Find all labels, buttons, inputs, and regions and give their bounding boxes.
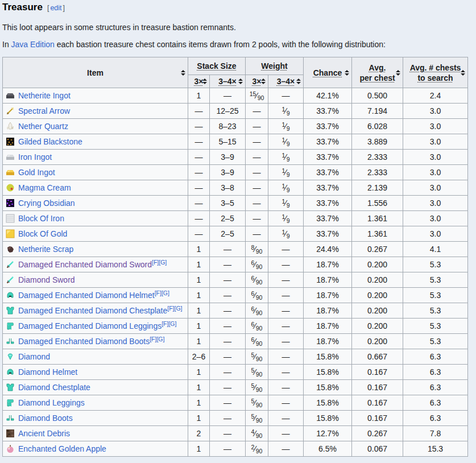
avg-per-chest-cell: 0.267 xyxy=(352,426,403,441)
avg-chests-cell: 3.0 xyxy=(403,165,468,180)
ref-link[interactable]: [G] xyxy=(156,336,164,342)
table-row: Spectral Arrow—12–25—1⁄933.7%7.1943.0 xyxy=(3,104,468,119)
diamond-leggings-icon xyxy=(6,321,15,330)
item-link[interactable]: Nether Quartz xyxy=(18,122,68,131)
item-link[interactable]: Damaged Enchanted Diamond Helmet xyxy=(18,291,155,300)
col-header-item[interactable]: Item xyxy=(3,57,188,88)
table-row: Diamond Sword1—6⁄90—18.7%0.2005.3 xyxy=(3,272,468,288)
stack-3x-cell: 1 xyxy=(188,242,210,257)
item-link[interactable]: Netherite Ingot xyxy=(18,91,71,100)
stack-3x-cell: 1 xyxy=(188,395,210,411)
item-link[interactable]: Gold Ingot xyxy=(18,168,55,177)
col-header-stack-3x[interactable]: 3× xyxy=(188,75,210,88)
weight-3-4x-cell: — xyxy=(268,319,304,334)
chance-cell: 33.7% xyxy=(304,104,352,119)
chance-cell: 15.8% xyxy=(304,349,352,365)
item-link[interactable]: Magma Cream xyxy=(18,183,71,192)
stack-3x-cell: — xyxy=(188,226,210,242)
item-link[interactable]: Diamond xyxy=(18,352,50,361)
item-cell: Damaged Enchanted Diamond Chestplate[F][… xyxy=(3,303,188,319)
item-link[interactable]: Crying Obsidian xyxy=(18,199,75,208)
col-header-avg-chests-to-search[interactable]: Avg. # chests to search xyxy=(403,57,468,88)
weight-3x-cell: 6⁄90 xyxy=(246,319,268,334)
table-row: Nether Quartz—8–23—1⁄933.7%6.0283.0 xyxy=(3,119,468,134)
ref-link[interactable]: [G] xyxy=(162,290,169,296)
stack-3x-cell: 1 xyxy=(188,411,210,426)
diamond-helmet-icon xyxy=(6,367,15,377)
sort-arrows-icon xyxy=(296,78,301,84)
block-of-iron-icon xyxy=(6,214,15,223)
avg-per-chest-cell: 1.556 xyxy=(352,196,403,211)
stack-3-4x-cell: — xyxy=(210,441,246,457)
stack-3-4x-cell: — xyxy=(210,334,246,349)
avg-per-chest-cell: 0.500 xyxy=(352,88,403,104)
chance-cell: 6.5% xyxy=(304,441,352,457)
table-row: Iron Ingot—3–9—1⁄933.7%2.3333.0 xyxy=(3,150,468,165)
item-link[interactable]: Diamond Helmet xyxy=(18,367,77,377)
stack-3-4x-cell: — xyxy=(210,303,246,319)
item-link[interactable]: Iron Ingot xyxy=(18,152,52,162)
section-title: Treasure[edit] xyxy=(2,2,473,14)
ref-link[interactable]: [G] xyxy=(159,259,167,266)
stack-3-4x-cell: 5–15 xyxy=(210,134,246,150)
stack-3x-cell: 1 xyxy=(188,288,210,303)
item-link[interactable]: Diamond Sword xyxy=(18,275,75,284)
item-link[interactable]: Diamond Chestplate xyxy=(18,383,90,392)
avg-per-chest-cell: 0.167 xyxy=(352,411,403,426)
item-link[interactable]: Damaged Enchanted Diamond Sword xyxy=(18,260,152,269)
sort-arrows-icon xyxy=(461,70,465,76)
ref-link[interactable]: [F] xyxy=(155,290,162,296)
item-link[interactable]: Ancient Debris xyxy=(18,429,70,438)
item-link[interactable]: Netherite Scrap xyxy=(18,245,73,254)
item-link[interactable]: Damaged Enchanted Diamond Boots xyxy=(18,337,150,346)
sort-arrows-icon xyxy=(202,78,207,84)
block-of-gold-icon xyxy=(6,229,15,238)
ref-link[interactable]: [F] xyxy=(162,320,168,327)
item-link[interactable]: Damaged Enchanted Diamond Leggings xyxy=(18,321,162,330)
java-edition-link[interactable]: Java Edition xyxy=(11,40,55,49)
stack-3x-cell: — xyxy=(188,165,210,180)
col-header-chance[interactable]: Chance xyxy=(304,57,352,88)
avg-chests-cell: 5.3 xyxy=(403,303,468,319)
item-link[interactable]: Diamond Leggings xyxy=(18,398,85,407)
item-link[interactable]: Block Of Iron xyxy=(18,214,64,223)
weight-3-4x-cell: — xyxy=(268,303,304,319)
gilded-blackstone-icon xyxy=(6,137,15,146)
stack-3-4x-cell: — xyxy=(210,319,246,334)
reference-notes: [F][G] xyxy=(155,290,169,296)
netherite-scrap-icon xyxy=(6,245,15,254)
diamond-sword-icon xyxy=(6,275,15,284)
ref-link[interactable]: [F] xyxy=(167,305,174,312)
col-header-stack-3-4x[interactable]: 3–4× xyxy=(210,75,246,88)
item-link[interactable]: Enchanted Golden Apple xyxy=(18,444,106,453)
stack-3x-cell: 1 xyxy=(188,272,210,288)
item-link[interactable]: Gilded Blackstone xyxy=(18,137,82,146)
item-link[interactable]: Spectral Arrow xyxy=(18,106,70,115)
ref-link[interactable]: [G] xyxy=(175,305,183,312)
table-row: Gold Ingot—3–9—1⁄933.7%2.3333.0 xyxy=(3,165,468,180)
item-link[interactable]: Block Of Gold xyxy=(18,229,67,238)
item-cell: Damaged Enchanted Diamond Helmet[F][G] xyxy=(3,288,188,303)
stack-3-4x-cell: — xyxy=(210,288,246,303)
avg-per-chest-cell: 2.333 xyxy=(352,150,403,165)
intro-paragraph-1: This loot appears in some structures in … xyxy=(2,23,473,32)
table-row: Netherite Scrap1—8⁄90—24.4%0.2674.1 xyxy=(3,242,468,257)
item-link[interactable]: Damaged Enchanted Diamond Chestplate xyxy=(18,306,167,315)
item-link[interactable]: Diamond Boots xyxy=(18,414,73,423)
edit-link[interactable]: edit xyxy=(49,4,63,12)
ref-link[interactable]: [F] xyxy=(150,336,156,342)
reference-notes: [F][G] xyxy=(162,320,176,327)
stack-3-4x-cell: 2–5 xyxy=(210,211,246,226)
stack-3x-cell: — xyxy=(188,104,210,119)
stack-3-4x-cell: — xyxy=(210,88,246,104)
chance-cell: 18.7% xyxy=(304,272,352,288)
magma-cream-icon xyxy=(6,183,15,192)
col-header-weight-3-4x[interactable]: 3–4× xyxy=(268,75,304,88)
ref-link[interactable]: [G] xyxy=(168,320,176,327)
col-header-weight-3x[interactable]: 3× xyxy=(246,75,268,88)
avg-chests-cell: 5.3 xyxy=(403,257,468,272)
table-row: Enchanted Golden Apple1—2⁄90—6.5%0.06715… xyxy=(3,441,468,457)
avg-per-chest-cell: 0.200 xyxy=(352,257,403,272)
ref-link[interactable]: [F] xyxy=(152,259,159,266)
col-header-avg-per-chest[interactable]: Avg. per chest xyxy=(352,57,403,88)
